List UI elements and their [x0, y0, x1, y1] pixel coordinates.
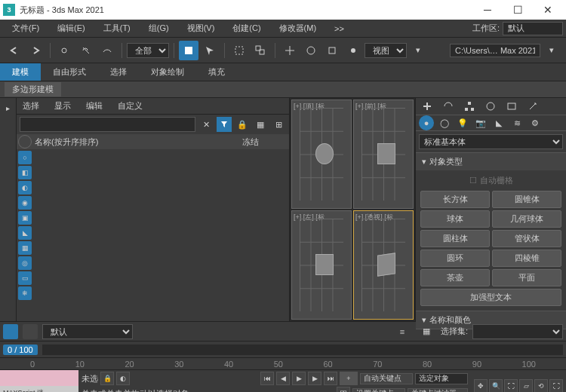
menu-overflow[interactable]: >> — [325, 24, 353, 33]
obj-plane[interactable]: 平面 — [492, 269, 561, 286]
helpers-icon[interactable]: ◣ — [491, 115, 506, 130]
obj-tube[interactable]: 管状体 — [492, 230, 561, 247]
link-button[interactable] — [55, 41, 75, 60]
macro-recorder[interactable] — [0, 370, 78, 386]
rect-select-button[interactable] — [229, 41, 249, 60]
pivot-button[interactable]: ▾ — [408, 41, 428, 60]
obj-sphere[interactable]: 球体 — [420, 210, 490, 228]
maximize-button[interactable]: ☐ — [503, 0, 533, 20]
view-icon[interactable]: ▦ — [253, 117, 268, 132]
refcoord-select[interactable]: 视图 — [365, 43, 407, 58]
menu-modifiers[interactable]: 修改器(M) — [270, 23, 326, 34]
filter-geometry-icon[interactable]: ◧ — [18, 166, 32, 179]
workspace-select[interactable] — [503, 22, 563, 35]
layer-color-icon[interactable] — [3, 324, 18, 339]
geometry-icon[interactable]: ● — [419, 115, 434, 130]
rotate-button[interactable] — [301, 41, 321, 60]
selection-filter[interactable]: 全部 — [127, 43, 169, 58]
menu-tools[interactable]: 工具(T) — [94, 23, 140, 34]
zoom-extents-icon[interactable]: ⛶ — [504, 379, 518, 393]
viewport-perspective[interactable]: [+] [透视] [标 — [353, 210, 414, 320]
filter-spacewarp-icon[interactable]: ▦ — [18, 241, 32, 255]
pan-icon[interactable]: ✥ — [474, 379, 488, 393]
redo-button[interactable] — [26, 41, 45, 60]
display-tab-icon[interactable] — [503, 98, 520, 115]
select-name-button[interactable] — [200, 41, 220, 60]
selset-dropdown[interactable] — [472, 324, 563, 339]
expand-icon[interactable]: ⊞ — [271, 117, 286, 132]
leftbar-expand[interactable]: ▸ — [2, 101, 15, 115]
subribbon-polymodel[interactable]: 多边形建模 — [5, 82, 61, 96]
obj-textplus[interactable]: 加强型文本 — [420, 289, 561, 306]
autogrid-check[interactable]: ☐ 自动栅格 — [420, 175, 561, 186]
keymode-icon[interactable]: ⚿ — [337, 387, 350, 392]
scene-tab-edit[interactable]: 编辑 — [83, 99, 106, 113]
selset-icon1[interactable]: ≡ — [392, 322, 412, 341]
obj-geosphere[interactable]: 几何球体 — [492, 210, 561, 228]
freeze-column[interactable]: 冻结 — [242, 136, 288, 148]
obj-box[interactable]: 长方体 — [420, 191, 490, 208]
goto-start-icon[interactable]: ⏮ — [260, 372, 274, 385]
keymode-select[interactable] — [415, 373, 468, 384]
viewport-front[interactable]: [+] [前] [标 — [353, 100, 414, 209]
hierarchy-tab-icon[interactable] — [461, 98, 478, 115]
autokey-button[interactable] — [360, 373, 413, 384]
obj-cylinder[interactable]: 圆柱体 — [420, 230, 490, 247]
filter-light-icon[interactable]: ◉ — [18, 196, 32, 210]
lock-icon[interactable]: 🔒 — [235, 117, 250, 132]
filter-helper-icon[interactable]: ◣ — [18, 226, 32, 240]
ribbon-tab-populate[interactable]: 填充 — [196, 63, 237, 81]
scene-tab-display[interactable]: 显示 — [51, 99, 74, 113]
window-crossing-button[interactable] — [251, 41, 270, 60]
lock-selection-icon[interactable]: 🔒 — [100, 372, 114, 385]
minimize-button[interactable]: ─ — [472, 0, 503, 20]
bind-button[interactable] — [97, 41, 117, 60]
search-clear-icon[interactable]: ✕ — [198, 117, 214, 132]
spacewarps-icon[interactable]: ≋ — [509, 115, 524, 130]
selset-icon2[interactable]: ▦ — [417, 322, 436, 341]
placement-button[interactable] — [343, 41, 363, 60]
objtype-header[interactable]: ▾ 对象类型 — [416, 153, 566, 170]
filter-all-icon[interactable]: ○ — [18, 151, 32, 164]
filter-container-icon[interactable]: ▭ — [18, 271, 32, 285]
orbit-icon[interactable]: ⟲ — [534, 379, 548, 393]
close-button[interactable]: ✕ — [533, 0, 563, 20]
obj-pyramid[interactable]: 四棱锥 — [492, 250, 561, 267]
filter-frozen-icon[interactable]: ❄ — [18, 286, 32, 300]
maxscript-listener[interactable]: MAXScript 迷 — [0, 386, 78, 393]
filter-camera-icon[interactable]: ▣ — [18, 211, 32, 225]
ribbon-tab-selection[interactable]: 选择 — [98, 63, 139, 81]
category-select[interactable]: 标准基本体 — [419, 134, 563, 149]
filter-shape-icon[interactable]: ◐ — [18, 181, 32, 194]
scene-search-input[interactable] — [20, 117, 195, 132]
menu-create[interactable]: 创建(C) — [223, 23, 269, 34]
project-path[interactable] — [450, 44, 540, 57]
menu-view[interactable]: 视图(V) — [178, 23, 224, 34]
viewport-left[interactable]: [+] [左] [标 — [291, 210, 352, 320]
move-button[interactable] — [280, 41, 300, 60]
unlink-button[interactable] — [76, 41, 96, 60]
scene-list[interactable] — [33, 149, 289, 321]
lights-icon[interactable]: 💡 — [455, 115, 470, 130]
prev-frame-icon[interactable]: ◀ — [276, 372, 290, 385]
obj-cone[interactable]: 圆锥体 — [492, 191, 561, 208]
keyfilter-button[interactable] — [408, 388, 468, 393]
goto-end-icon[interactable]: ⏭ — [324, 372, 337, 385]
path-dropdown[interactable]: ▾ — [542, 41, 561, 60]
visibility-icon[interactable] — [18, 135, 32, 149]
filter-button[interactable] — [217, 117, 232, 132]
motion-tab-icon[interactable] — [482, 98, 499, 115]
frame-indicator[interactable]: 0 / 100 — [3, 345, 38, 355]
cameras-icon[interactable]: 📷 — [473, 115, 488, 130]
add-key-button[interactable]: + — [340, 372, 358, 385]
scene-tab-select[interactable]: 选择 — [20, 99, 42, 113]
menu-group[interactable]: 组(G) — [140, 23, 178, 34]
scene-tab-custom[interactable]: 自定义 — [115, 99, 146, 113]
ribbon-tab-freeform[interactable]: 自由形式 — [41, 63, 98, 81]
filter-bone-icon[interactable]: ◎ — [18, 256, 32, 270]
viewport-top[interactable]: [+] [顶] [标 — [291, 100, 352, 209]
obj-teapot[interactable]: 茶壶 — [420, 269, 490, 286]
create-tab-icon[interactable] — [419, 98, 435, 115]
play-icon[interactable]: ▶ — [292, 372, 306, 385]
modify-tab-icon[interactable] — [440, 98, 457, 115]
